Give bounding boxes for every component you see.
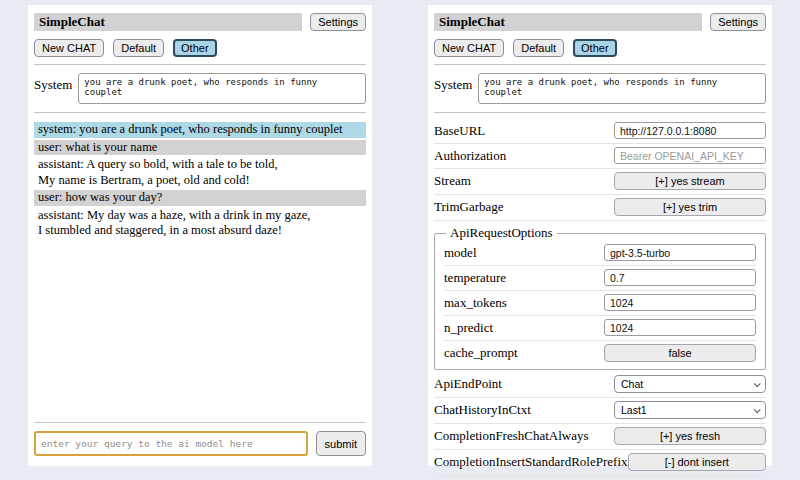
setting-row-completion-fresh: CompletionFreshChatAlways [+] yes fresh bbox=[434, 424, 766, 450]
setting-row-temperature: temperature bbox=[444, 266, 756, 291]
setting-row-cache-prompt: cache_prompt false bbox=[444, 341, 756, 366]
api-endpoint-selected-value: Chat bbox=[621, 378, 643, 390]
api-request-options-fieldset: ApiRequestOptions model temperature max_… bbox=[434, 225, 766, 370]
setting-row-authorization: Authorization bbox=[434, 144, 766, 169]
profile-tab-default[interactable]: Default bbox=[113, 39, 164, 57]
profile-tab-other[interactable]: Other bbox=[173, 39, 217, 57]
chat-tabs: New CHAT Default Other bbox=[434, 39, 766, 57]
setting-row-max-tokens: max_tokens bbox=[444, 291, 756, 316]
cache-prompt-toggle-button[interactable]: false bbox=[604, 344, 756, 362]
api-endpoint-select[interactable]: Chat bbox=[614, 375, 766, 393]
chat-messages: system: you are a drunk poet, who respon… bbox=[34, 122, 366, 241]
chat-message-system: system: you are a drunk poet, who respon… bbox=[34, 122, 366, 138]
system-prompt-row: System you are a drunk poet, who respond… bbox=[34, 73, 366, 104]
trimgarbage-toggle-button[interactable]: [+] yes trim bbox=[614, 198, 766, 216]
system-prompt-input[interactable]: you are a drunk poet, who responds in fu… bbox=[478, 73, 766, 104]
title-bar: SimpleChat Settings bbox=[34, 13, 366, 31]
system-label: System bbox=[34, 73, 72, 93]
divider bbox=[34, 64, 366, 65]
setting-row-model: model bbox=[444, 241, 756, 266]
chevron-down-icon bbox=[754, 380, 761, 387]
max-tokens-input[interactable] bbox=[604, 294, 756, 311]
completion-fresh-label: CompletionFreshChatAlways bbox=[434, 428, 589, 444]
system-label: System bbox=[434, 73, 472, 93]
chat-panel: SimpleChat Settings New CHAT Default Oth… bbox=[28, 5, 372, 466]
divider bbox=[434, 64, 766, 65]
cache-prompt-label: cache_prompt bbox=[444, 345, 518, 361]
chat-tabs: New CHAT Default Other bbox=[34, 39, 366, 57]
chat-message-assistant: assistant: My day was a haze, with a dri… bbox=[34, 208, 366, 239]
baseurl-input[interactable] bbox=[614, 122, 766, 139]
query-row: submit bbox=[34, 431, 366, 456]
api-endpoint-label: ApiEndPoint bbox=[434, 376, 502, 392]
divider bbox=[434, 112, 766, 113]
baseurl-label: BaseURL bbox=[434, 123, 485, 139]
system-prompt-row: System you are a drunk poet, who respond… bbox=[434, 73, 766, 104]
settings-button[interactable]: Settings bbox=[710, 13, 766, 31]
model-input[interactable] bbox=[604, 244, 756, 261]
api-request-options-legend: ApiRequestOptions bbox=[446, 225, 557, 241]
title-bar: SimpleChat Settings bbox=[434, 13, 766, 31]
submit-button[interactable]: submit bbox=[316, 431, 366, 456]
n-predict-label: n_predict bbox=[444, 320, 493, 336]
temperature-input[interactable] bbox=[604, 269, 756, 286]
role-prefix-label: CompletionInsertStandardRolePrefix bbox=[434, 454, 628, 470]
authorization-input[interactable] bbox=[614, 147, 766, 164]
chat-history-label: ChatHistoryInCtxt bbox=[434, 402, 531, 418]
chat-message-user: user: how was your day? bbox=[34, 190, 366, 206]
stream-toggle-button[interactable]: [+] yes stream bbox=[614, 172, 766, 190]
divider bbox=[34, 422, 366, 423]
setting-row-baseurl: BaseURL bbox=[434, 119, 766, 144]
n-predict-input[interactable] bbox=[604, 319, 756, 336]
chat-history-select[interactable]: Last1 bbox=[614, 401, 766, 419]
divider bbox=[34, 112, 366, 113]
stream-label: Stream bbox=[434, 173, 471, 189]
authorization-label: Authorization bbox=[434, 148, 506, 164]
temperature-label: temperature bbox=[444, 270, 506, 286]
setting-row-api-endpoint: ApiEndPoint Chat bbox=[434, 372, 766, 398]
empty-space bbox=[34, 241, 366, 416]
chat-history-selected-value: Last1 bbox=[621, 404, 647, 416]
chat-message-user: user: what is your name bbox=[34, 140, 366, 156]
chat-message-assistant: assistant: A query so bold, with a tale … bbox=[34, 157, 366, 188]
query-input[interactable] bbox=[34, 431, 308, 456]
profile-tab-default[interactable]: Default bbox=[513, 39, 564, 57]
model-label: model bbox=[444, 245, 477, 261]
system-prompt-input[interactable]: you are a drunk poet, who responds in fu… bbox=[78, 73, 366, 104]
setting-row-stream: Stream [+] yes stream bbox=[434, 169, 766, 195]
new-chat-button[interactable]: New CHAT bbox=[34, 39, 104, 57]
trimgarbage-label: TrimGarbage bbox=[434, 199, 504, 215]
settings-button[interactable]: Settings bbox=[310, 13, 366, 31]
role-prefix-toggle-button[interactable]: [-] dont insert bbox=[628, 453, 766, 471]
new-chat-button[interactable]: New CHAT bbox=[434, 39, 504, 57]
setting-row-n-predict: n_predict bbox=[444, 316, 756, 341]
profile-tab-other[interactable]: Other bbox=[573, 39, 617, 57]
completion-fresh-toggle-button[interactable]: [+] yes fresh bbox=[614, 427, 766, 445]
app-title: SimpleChat bbox=[34, 13, 302, 31]
setting-row-trimgarbage: TrimGarbage [+] yes trim bbox=[434, 195, 766, 221]
setting-row-chat-history: ChatHistoryInCtxt Last1 bbox=[434, 398, 766, 424]
max-tokens-label: max_tokens bbox=[444, 295, 507, 311]
setting-row-role-prefix: CompletionInsertStandardRolePrefix [-] d… bbox=[434, 450, 766, 476]
chevron-down-icon bbox=[754, 406, 761, 413]
settings-panel: SimpleChat Settings New CHAT Default Oth… bbox=[428, 5, 772, 466]
app-title: SimpleChat bbox=[434, 13, 702, 31]
